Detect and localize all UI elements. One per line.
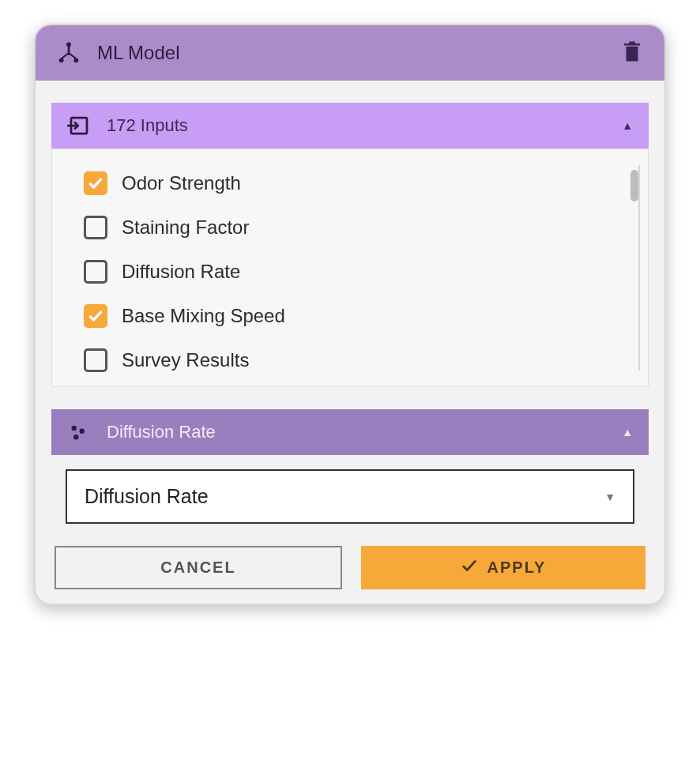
input-label: Diffusion Rate: [122, 261, 240, 283]
svg-point-5: [80, 429, 85, 435]
input-checkbox[interactable]: [84, 260, 107, 284]
input-label: Base Mixing Speed: [122, 305, 285, 327]
scrollbar-track: [638, 165, 640, 371]
inputs-section-header[interactable]: 172 Inputs ▲: [51, 103, 649, 149]
input-icon: [67, 114, 91, 137]
input-checkbox[interactable]: [84, 348, 107, 372]
model-icon: [56, 40, 81, 66]
input-label: Staining Factor: [122, 216, 249, 239]
input-row: Diffusion Rate: [84, 260, 607, 284]
output-section: Diffusion Rate ▲ Diffusion Rate ▼: [51, 409, 649, 524]
action-buttons: CANCEL APPLY: [51, 546, 649, 589]
input-label: Survey Results: [122, 349, 249, 371]
panel-header: ML Model: [36, 25, 664, 81]
output-select[interactable]: Diffusion Rate ▼: [66, 469, 634, 524]
delete-icon[interactable]: [620, 40, 644, 66]
apply-button[interactable]: APPLY: [361, 546, 645, 589]
output-section-header[interactable]: Diffusion Rate ▲: [51, 409, 649, 455]
panel-title: ML Model: [97, 42, 620, 64]
input-row: Base Mixing Speed: [84, 304, 607, 328]
input-row: Survey Results: [84, 348, 607, 372]
cancel-button[interactable]: CANCEL: [55, 546, 342, 589]
svg-point-6: [73, 435, 79, 440]
svg-point-4: [72, 426, 77, 431]
output-section-label: Diffusion Rate: [107, 422, 622, 442]
input-label: Odor Strength: [122, 172, 241, 194]
input-row: Odor Strength: [84, 171, 607, 195]
inputs-section-label: 172 Inputs: [107, 115, 622, 136]
chevron-down-icon: ▼: [604, 491, 615, 503]
cancel-label: CANCEL: [160, 559, 235, 577]
inputs-section: 172 Inputs ▲ Odor StrengthStaining Facto…: [51, 103, 649, 387]
svg-point-0: [66, 42, 71, 47]
collapse-icon: ▲: [622, 119, 633, 132]
output-select-value: Diffusion Rate: [85, 485, 604, 508]
scrollbar-thumb[interactable]: [630, 170, 638, 201]
input-checkbox[interactable]: [84, 216, 107, 239]
svg-point-2: [73, 58, 78, 62]
scatter-icon: [67, 420, 91, 444]
collapse-icon: ▲: [622, 426, 633, 438]
svg-point-1: [59, 58, 64, 62]
ml-model-panel: ML Model 172 Inputs ▲ Odor StrengthStain…: [34, 24, 666, 605]
inputs-list-container: Odor StrengthStaining FactorDiffusion Ra…: [51, 149, 649, 387]
input-checkbox[interactable]: [84, 304, 107, 328]
check-icon: [461, 557, 478, 578]
input-row: Staining Factor: [84, 216, 607, 239]
apply-label: APPLY: [487, 559, 547, 577]
panel-body: 172 Inputs ▲ Odor StrengthStaining Facto…: [36, 81, 664, 604]
input-checkbox[interactable]: [84, 171, 107, 195]
